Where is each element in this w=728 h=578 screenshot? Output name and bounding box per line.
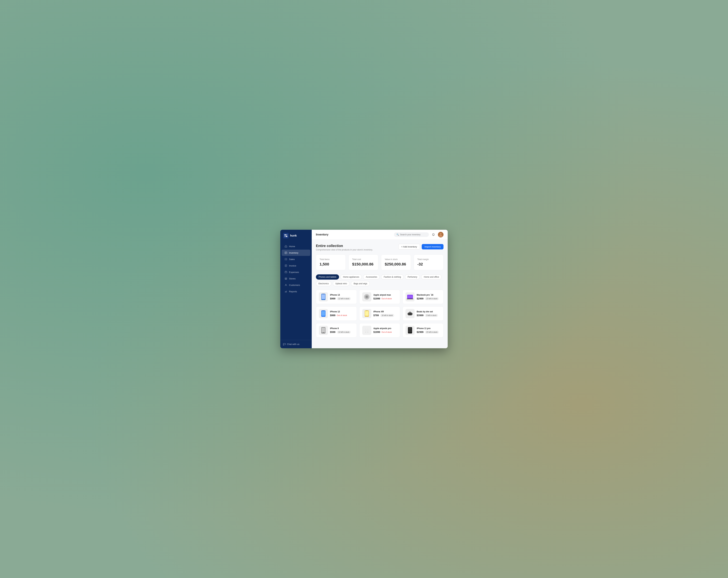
sidebar-label-invoice: Invoice (289, 264, 296, 267)
search-icon: 🔍 (396, 233, 399, 236)
section-info: Entire collection Comprehensive view of … (316, 244, 373, 251)
product-card-apple-airpods-pro[interactable]: Apple airpods pro$1999Out of stock (359, 323, 400, 338)
product-stock-iphone-12: Out of stock (337, 314, 347, 316)
svg-rect-35 (365, 332, 366, 333)
product-card-iphone-8[interactable]: iPhone 8$59912 left in stock (316, 323, 357, 338)
category-tab-fashion_&_clothing[interactable]: Fashion & clothing (381, 274, 404, 280)
product-image-apple-airpod-max (362, 292, 371, 301)
product-card-iphone-xr[interactable]: iPhone XR$79916 left in stock (359, 307, 400, 321)
topbar-title: Inventory (316, 233, 329, 236)
svg-rect-12 (322, 294, 325, 299)
product-price-row-iphone-13: $99912 left in stock (330, 297, 354, 300)
svg-point-32 (323, 332, 324, 333)
category-tab-upbeat_retro[interactable]: Upbeat retro (333, 281, 350, 286)
customers-icon (285, 284, 287, 286)
product-image-iphone-13 (319, 292, 328, 301)
sidebar-item-expenses[interactable]: Expenses (282, 269, 310, 275)
sidebar-item-sales[interactable]: Sales (282, 256, 310, 262)
svg-point-16 (366, 296, 368, 298)
chat-icon (283, 343, 286, 345)
sidebar-item-invoice[interactable]: Invoice (282, 263, 310, 269)
stat-value-3: -32 (417, 262, 440, 266)
main-content: Inventory 🔍 (312, 230, 448, 348)
svg-point-41 (410, 328, 411, 329)
chat-label: Chat with us (287, 343, 300, 345)
product-info-apple-airpods-pro: Apple airpods pro$1999Out of stock (373, 327, 397, 334)
topbar-right: 🔍 (394, 232, 443, 237)
sidebar-label-reports: Reports (289, 290, 297, 293)
svg-rect-3 (286, 236, 287, 237)
category-tab-accessories[interactable]: Accessories (363, 274, 380, 280)
category-tab-phones_and_tablets[interactable]: Phones and tablets (316, 274, 339, 280)
product-card-iphone-11-pro[interactable]: iPhone 11 pro$299923 left in stock (402, 323, 443, 338)
product-image-apple-airpods-pro (362, 326, 371, 335)
sidebar-item-reports[interactable]: Reports (282, 288, 310, 295)
sidebar-item-customers[interactable]: Customers (282, 282, 310, 288)
svg-rect-18 (408, 295, 412, 298)
search-box[interactable]: 🔍 (394, 232, 429, 237)
product-card-macbook-pro-16[interactable]: Macbook pro `16$299923 left in stock (402, 290, 443, 304)
sidebar: hunk Home Inventory (280, 230, 312, 348)
sidebar-label-inventory: Inventory (289, 252, 298, 254)
stat-value-1: $150,000.86 (352, 262, 374, 266)
category-tab-electronics[interactable]: Electronics (316, 281, 331, 286)
category-tab-home_appliances[interactable]: Home appliances (340, 274, 362, 280)
product-info-apple-airpod-max: Apple airpod max$1999Out of stock (373, 294, 397, 300)
product-image-iphone-xr (362, 309, 371, 318)
user-avatar[interactable] (438, 232, 443, 237)
product-price-iphone-12: $999 (330, 314, 335, 317)
stats-grid: Total items 1,500 Total cost $150,000.86… (316, 255, 443, 270)
product-price-row-macbook-pro-16: $299923 left in stock (417, 297, 441, 300)
product-card-iphone-13[interactable]: iPhone 13$99912 left in stock (316, 290, 357, 304)
section-header: Entire collection Comprehensive view of … (316, 244, 443, 251)
sidebar-item-inventory[interactable]: Inventory (282, 249, 310, 256)
section-title: Entire collection (316, 244, 373, 248)
category-tab-bags_and_wigs[interactable]: Bags and wigs (351, 281, 370, 286)
sidebar-label-stores: Stores (289, 277, 296, 280)
import-inventory-button[interactable]: Import inventory (422, 244, 443, 249)
stat-label-3: Total margin (417, 258, 440, 261)
product-card-iphone-12[interactable]: iPhone 12$999Out of stock (316, 307, 357, 321)
stat-value-0: 1,500 (319, 262, 342, 266)
add-inventory-button[interactable]: + Add inventory (398, 244, 420, 249)
category-tab-perfumery[interactable]: Perfumery (405, 274, 420, 280)
product-stock-beats-by-dre: 3 left in stock (425, 314, 438, 317)
svg-rect-21 (322, 311, 325, 316)
page-content: Entire collection Comprehensive view of … (312, 240, 448, 342)
product-price-row-apple-airpod-max: $1999Out of stock (373, 297, 397, 300)
product-card-beats-by-dre[interactable]: Beats by dre set$39993 left in stock (402, 307, 443, 321)
invoice-icon (285, 264, 287, 267)
product-info-iphone-xr: iPhone XR$79916 left in stock (373, 311, 397, 317)
logo[interactable]: hunk (280, 230, 312, 242)
logo-icon (283, 233, 289, 238)
home-icon (285, 245, 287, 248)
product-card-apple-airpod-max[interactable]: Apple airpod max$1999Out of stock (359, 290, 400, 304)
sidebar-item-home[interactable]: Home (282, 243, 310, 249)
product-price-iphone-13: $999 (330, 297, 335, 300)
svg-rect-0 (285, 234, 286, 236)
chat-button[interactable]: Chat with us (283, 343, 309, 345)
topbar: Inventory 🔍 (312, 230, 448, 240)
product-stock-macbook-pro-16: 23 left in stock (425, 297, 439, 300)
search-input[interactable] (400, 233, 426, 236)
product-name-iphone-13: iPhone 13 (330, 294, 354, 296)
notification-bell[interactable] (431, 232, 436, 237)
category-tabs: Phones and tabletsHome appliancesAccesso… (316, 274, 443, 286)
product-stock-iphone-13: 12 left in stock (337, 297, 351, 300)
svg-rect-2 (285, 236, 286, 237)
product-image-beats-by-dre (406, 309, 415, 318)
product-image-iphone-8 (319, 326, 328, 335)
product-name-macbook-pro-16: Macbook pro `16 (417, 294, 441, 296)
sidebar-item-stores[interactable]: Stores (282, 275, 310, 282)
svg-rect-1 (286, 234, 287, 236)
category-tab-home_and_office[interactable]: Home and office (421, 274, 442, 280)
product-name-iphone-12: iPhone 12 (330, 311, 354, 313)
product-name-iphone-xr: iPhone XR (373, 311, 397, 313)
reports-icon (285, 290, 287, 293)
stat-total-items: Total items 1,500 (316, 255, 346, 270)
svg-rect-19 (407, 298, 413, 299)
svg-rect-38 (408, 328, 412, 333)
product-stock-iphone-8: 12 left in stock (337, 331, 351, 334)
product-price-apple-airpods-pro: $1999 (373, 331, 380, 334)
product-price-row-iphone-8: $59912 left in stock (330, 331, 354, 334)
